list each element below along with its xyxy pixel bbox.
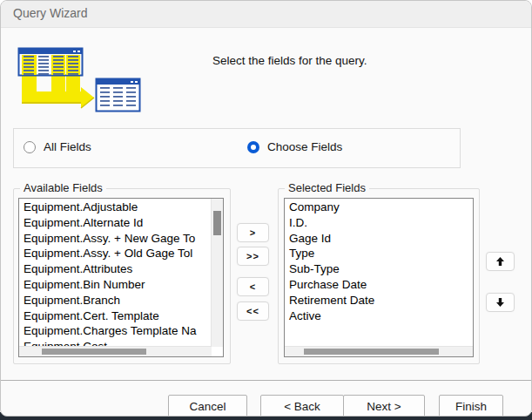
window-title: Query Wizard	[13, 6, 88, 20]
list-item[interactable]: Type	[285, 246, 473, 261]
radio-selected-icon[interactable]	[247, 141, 259, 153]
instruction-text: Select the fields for the query.	[212, 54, 367, 67]
list-item[interactable]: Equipment.Attributes	[19, 261, 223, 277]
move-field-up-button[interactable]	[486, 252, 515, 271]
available-fields-listbox[interactable]: Equipment.AdjustableEquipment.Alternate …	[18, 198, 224, 357]
selected-fields-groupbox: Selected Fields CompanyI.D.Gage IdTypeSu…	[278, 188, 480, 364]
list-item[interactable]: Equipment.Adjustable	[19, 200, 223, 215]
list-item[interactable]: Equipment.Assy. + New Gage To	[19, 231, 223, 247]
selected-fields-items: CompanyI.D.Gage IdTypeSub-TypePurchase D…	[285, 200, 473, 356]
available-fields-items: Equipment.AdjustableEquipment.Alternate …	[19, 200, 223, 356]
query-wizard-dialog: Query Wizard	[0, 0, 532, 417]
selected-fields-label: Selected Fields	[285, 181, 369, 194]
vertical-scrollbar-thumb[interactable]	[213, 211, 221, 235]
list-item[interactable]: Equipment.Branch	[19, 293, 223, 308]
list-item[interactable]: Company	[285, 200, 473, 215]
horizontal-scrollbar[interactable]	[19, 346, 212, 356]
radio-all-fields[interactable]: All Fields	[24, 140, 91, 153]
add-all-fields-button[interactable]: >>	[237, 247, 269, 266]
query-fields-icon	[17, 46, 147, 114]
horizontal-scrollbar[interactable]	[285, 346, 473, 356]
finish-button[interactable]: Finish	[439, 395, 503, 417]
list-item[interactable]: Active	[285, 308, 473, 324]
list-item[interactable]: Purchase Date	[285, 277, 473, 293]
move-field-down-button[interactable]	[486, 293, 515, 312]
arrow-down-icon	[496, 298, 504, 307]
list-item[interactable]: Retirement Date	[285, 293, 473, 308]
remove-all-fields-button[interactable]: <<	[237, 301, 269, 321]
add-field-button[interactable]: >	[237, 223, 269, 242]
arrow-up-icon	[496, 257, 504, 266]
list-item[interactable]: Equipment.Alternate Id	[19, 215, 223, 231]
radio-unselected-icon[interactable]	[24, 141, 36, 153]
list-item[interactable]: Equipment.Charges Template Na	[19, 323, 223, 339]
horizontal-scrollbar-thumb[interactable]	[304, 349, 439, 355]
list-item[interactable]: Equipment.Bin Number	[19, 277, 223, 293]
next-button[interactable]: Next >	[343, 395, 425, 417]
horizontal-scrollbar-thumb[interactable]	[42, 349, 146, 355]
list-item[interactable]: Gage Id	[285, 231, 473, 247]
selected-fields-listbox[interactable]: CompanyI.D.Gage IdTypeSub-TypePurchase D…	[284, 198, 474, 357]
remove-field-button[interactable]: <	[237, 277, 269, 296]
list-item[interactable]: I.D.	[285, 215, 473, 231]
available-fields-groupbox: Available Fields Equipment.AdjustableEqu…	[13, 188, 231, 364]
vertical-scrollbar[interactable]	[211, 199, 223, 347]
radio-all-fields-label: All Fields	[44, 140, 91, 153]
list-item[interactable]: Equipment.Assy. + Old Gage Tol	[19, 246, 223, 261]
available-fields-label: Available Fields	[20, 181, 106, 194]
radio-choose-fields[interactable]: Choose Fields	[247, 140, 342, 153]
radio-choose-fields-label: Choose Fields	[267, 140, 342, 153]
field-mode-groupbox: All Fields Choose Fields	[13, 128, 461, 168]
cancel-button[interactable]: Cancel	[168, 395, 247, 417]
titlebar[interactable]: Query Wizard	[1, 1, 531, 28]
footer-divider	[1, 380, 531, 381]
list-item[interactable]: Sub-Type	[285, 261, 473, 277]
back-button[interactable]: < Back	[260, 395, 344, 417]
list-item[interactable]: Equipment.Cert. Template	[19, 308, 223, 324]
